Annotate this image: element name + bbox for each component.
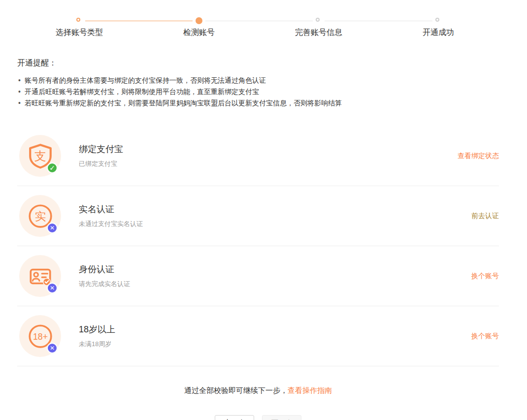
status-fail-badge: ✕ — [47, 223, 58, 233]
check-text: 身份认证 请先完成实名认证 — [79, 263, 130, 289]
operation-guide-link[interactable]: 查看操作指南 — [288, 386, 332, 394]
step-label-success: 开通成功 — [423, 28, 454, 38]
step-dot-4 — [435, 18, 439, 22]
check-subtitle: 未满18周岁 — [79, 340, 115, 349]
age-18-plus-icon: 18+ ✕ — [19, 315, 61, 357]
activation-notice: 开通提醒： 账号所有者的身份主体需要与绑定的支付宝保持一致，否则将无法通过角色认… — [17, 58, 510, 109]
realname-seal-icon: 实 ✕ — [19, 195, 61, 237]
stepper-line-done — [85, 21, 193, 21]
check-title: 实名认证 — [79, 203, 143, 215]
check-subtitle: 未通过支付宝实名认证 — [79, 220, 143, 228]
status-fail-badge: ✕ — [47, 283, 58, 293]
footer-hint: 通过全部校验即可继续下一步，查看操作指南 — [17, 386, 499, 395]
svg-text:实: 实 — [34, 210, 46, 223]
check-row-age: 18+ ✕ 18岁以上 未满18周岁 换个账号 — [17, 306, 499, 366]
notice-title: 开通提醒： — [17, 58, 510, 68]
svg-text:18+: 18+ — [33, 331, 48, 341]
step-dot-2-current — [196, 17, 202, 24]
view-binding-status-link[interactable]: 查看绑定状态 — [458, 152, 499, 161]
change-account-link[interactable]: 换个账号 — [471, 332, 499, 341]
wizard-stepper: 选择账号类型 检测账号 完善账号信息 开通成功 — [0, 0, 527, 43]
check-title: 身份认证 — [79, 263, 130, 275]
notice-item: 账号所有者的身份主体需要与绑定的支付宝保持一致，否则将无法通过角色认证 — [17, 75, 510, 86]
check-row-identity: ✕ 身份认证 请先完成实名认证 换个账号 — [17, 246, 499, 306]
previous-step-button[interactable]: 上一步 — [215, 415, 254, 420]
check-text: 实名认证 未通过支付宝实名认证 — [79, 203, 143, 228]
notice-item: 开通后旺旺账号若解绑支付宝，则将限制使用平台功能，直至重新绑定支付宝 — [17, 86, 510, 97]
step-label-select-account-type: 选择账号类型 — [56, 28, 103, 38]
check-title: 18岁以上 — [79, 323, 115, 335]
divider — [17, 366, 499, 366]
notice-item: 若旺旺账号重新绑定新的支付宝，则需要登陆阿里妈妈淘宝联盟后台以更新支付宝信息，否… — [17, 97, 510, 109]
id-card-icon: ✕ — [19, 255, 61, 297]
step-label-complete-info: 完善账号信息 — [295, 28, 342, 38]
change-account-link[interactable]: 换个账号 — [471, 272, 499, 281]
check-subtitle: 已绑定支付宝 — [79, 160, 123, 168]
stepper-line-pending — [205, 21, 313, 21]
alipay-shield-icon: 支 ✓ — [19, 135, 61, 177]
step-dot-1 — [76, 18, 80, 22]
svg-text:支: 支 — [34, 149, 46, 162]
go-verify-link[interactable]: 前去认证 — [471, 212, 499, 221]
step-dot-3 — [316, 18, 320, 22]
check-text: 绑定支付宝 已绑定支付宝 — [79, 143, 123, 168]
check-row-realname: 实 ✕ 实名认证 未通过支付宝实名认证 前去认证 — [17, 186, 499, 246]
verification-checklist: 支 ✓ 绑定支付宝 已绑定支付宝 查看绑定状态 实 ✕ 实名认证 未通过支付宝实… — [17, 126, 499, 366]
check-title: 绑定支付宝 — [79, 143, 123, 155]
status-fail-badge: ✕ — [47, 343, 58, 354]
stepper-line-pending — [325, 21, 432, 21]
notice-list: 账号所有者的身份主体需要与绑定的支付宝保持一致，否则将无法通过角色认证 开通后旺… — [17, 75, 510, 109]
wizard-buttons: 上一步 下一步 — [17, 415, 499, 420]
check-text: 18岁以上 未满18周岁 — [79, 323, 115, 349]
next-step-button[interactable]: 下一步 — [262, 415, 301, 420]
step-label-detect-account: 检测账号 — [183, 28, 215, 38]
status-pass-badge: ✓ — [47, 162, 58, 173]
check-subtitle: 请先完成实名认证 — [79, 280, 130, 289]
hint-text: 通过全部校验即可继续下一步， — [184, 386, 288, 394]
check-row-bind-alipay: 支 ✓ 绑定支付宝 已绑定支付宝 查看绑定状态 — [17, 126, 499, 186]
